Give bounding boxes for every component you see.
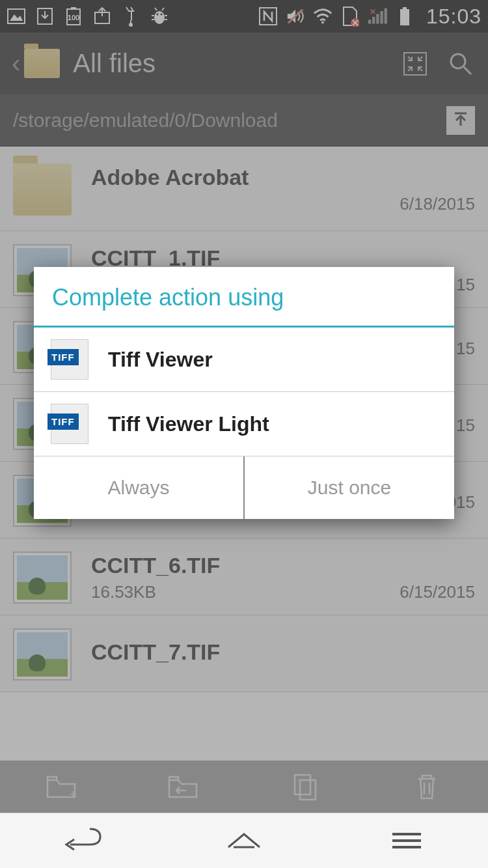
app-header: ‹ All files bbox=[0, 33, 488, 94]
svg-point-9 bbox=[157, 14, 159, 16]
list-item[interactable]: Adobe Acrobat 6/18/2015 bbox=[0, 147, 488, 231]
mute-icon bbox=[286, 7, 305, 26]
svg-rect-24 bbox=[403, 7, 407, 9]
file-date: 6/18/2015 bbox=[400, 194, 475, 214]
battery-100-icon: 100 bbox=[64, 7, 83, 26]
battery-icon bbox=[395, 7, 414, 26]
svg-point-26 bbox=[451, 54, 465, 68]
collapse-icon[interactable] bbox=[400, 48, 431, 79]
svg-text:+: + bbox=[70, 788, 77, 800]
sim-error-icon bbox=[340, 7, 360, 26]
header-title: All files bbox=[73, 49, 385, 78]
back-icon[interactable]: ‹ bbox=[12, 49, 20, 78]
back-button[interactable] bbox=[0, 813, 163, 868]
list-item[interactable]: CCITT_6.TIF 16.53KB6/15/2015 bbox=[0, 539, 488, 615]
svg-marker-1 bbox=[10, 14, 23, 21]
action-bar: + bbox=[0, 761, 488, 813]
dialog-option[interactable]: Tiff Viewer bbox=[34, 328, 454, 392]
status-bar: 100 ✕ 15:03 bbox=[0, 0, 488, 33]
image-thumb bbox=[13, 552, 72, 604]
new-folder-button[interactable]: + bbox=[0, 761, 122, 813]
svg-point-8 bbox=[154, 11, 165, 24]
svg-point-10 bbox=[161, 14, 163, 16]
tiff-app-icon bbox=[51, 339, 88, 380]
always-button[interactable]: Always bbox=[34, 456, 243, 519]
file-name: CCITT_7.TIF bbox=[91, 639, 475, 665]
option-label: Tiff Viewer Light bbox=[108, 412, 269, 436]
svg-rect-18 bbox=[372, 17, 375, 24]
up-button[interactable] bbox=[446, 106, 475, 135]
home-button[interactable] bbox=[163, 813, 325, 868]
usb-icon bbox=[121, 7, 141, 26]
svg-rect-0 bbox=[8, 9, 25, 23]
svg-rect-21 bbox=[385, 8, 387, 24]
svg-text:✕: ✕ bbox=[370, 7, 376, 16]
file-date: 6/15/2015 bbox=[400, 582, 475, 602]
breadcrumb-path: /storage/emulated/0/Download bbox=[13, 109, 446, 132]
nfc-icon bbox=[258, 7, 278, 26]
copy-button[interactable] bbox=[244, 761, 366, 813]
svg-text:100: 100 bbox=[68, 14, 79, 21]
file-size: 16.53KB bbox=[91, 582, 156, 602]
dialog-option[interactable]: Tiff Viewer Light bbox=[34, 392, 454, 456]
svg-rect-20 bbox=[380, 11, 383, 23]
tiff-app-icon bbox=[51, 404, 88, 444]
nav-bar bbox=[0, 813, 488, 868]
download-icon bbox=[35, 7, 55, 26]
gallery-icon bbox=[7, 7, 26, 26]
svg-rect-31 bbox=[300, 780, 316, 800]
clock: 15:03 bbox=[426, 5, 481, 29]
folder-icon bbox=[13, 163, 72, 216]
svg-rect-25 bbox=[404, 53, 426, 75]
bug-icon bbox=[150, 7, 169, 26]
list-item[interactable]: CCITT_7.TIF bbox=[0, 615, 488, 692]
file-name: Adobe Acrobat bbox=[91, 165, 475, 190]
svg-rect-17 bbox=[368, 20, 371, 23]
dialog-title: Complete action using bbox=[34, 267, 454, 326]
open-with-dialog: Complete action using Tiff Viewer Tiff V… bbox=[34, 267, 454, 519]
just-once-button[interactable]: Just once bbox=[243, 456, 454, 519]
svg-line-27 bbox=[464, 67, 471, 74]
folder-icon bbox=[24, 49, 60, 78]
move-button[interactable] bbox=[122, 761, 245, 813]
svg-point-7 bbox=[129, 23, 133, 27]
option-label: Tiff Viewer bbox=[108, 348, 213, 372]
svg-rect-4 bbox=[71, 7, 76, 9]
menu-button[interactable] bbox=[325, 813, 488, 868]
share-icon bbox=[92, 7, 112, 26]
no-signal-icon: ✕ bbox=[368, 7, 387, 26]
image-thumb bbox=[13, 628, 72, 680]
search-icon[interactable] bbox=[445, 48, 476, 79]
svg-rect-19 bbox=[376, 14, 379, 23]
breadcrumb-bar: /storage/emulated/0/Download bbox=[0, 94, 488, 147]
wifi-icon bbox=[313, 7, 332, 26]
svg-point-13 bbox=[321, 21, 324, 24]
delete-button[interactable] bbox=[366, 761, 489, 813]
file-name: CCITT_6.TIF bbox=[91, 553, 475, 578]
svg-rect-23 bbox=[400, 9, 409, 25]
svg-rect-30 bbox=[295, 775, 310, 794]
